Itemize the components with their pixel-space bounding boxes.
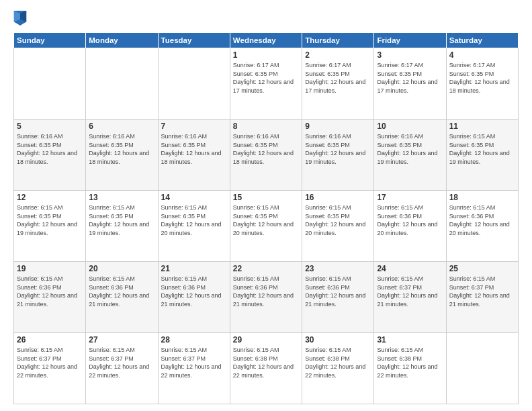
day-number: 16	[305, 193, 371, 202]
calendar-table: SundayMondayTuesdayWednesdayThursdayFrid…	[13, 32, 519, 404]
calendar-cell: 18Sunrise: 6:15 AM Sunset: 6:36 PM Dayli…	[446, 191, 518, 262]
calendar-cell: 29Sunrise: 6:15 AM Sunset: 6:38 PM Dayli…	[230, 333, 302, 404]
calendar-cell	[86, 48, 158, 120]
day-number: 12	[17, 193, 83, 202]
header	[13, 11, 519, 26]
day-number: 26	[17, 335, 83, 345]
calendar-cell: 14Sunrise: 6:15 AM Sunset: 6:35 PM Dayli…	[158, 191, 230, 262]
day-info: Sunrise: 6:17 AM Sunset: 6:35 PM Dayligh…	[305, 61, 371, 95]
calendar-cell: 27Sunrise: 6:15 AM Sunset: 6:37 PM Dayli…	[86, 333, 158, 404]
day-info: Sunrise: 6:15 AM Sunset: 6:38 PM Dayligh…	[377, 346, 443, 379]
day-number: 24	[377, 264, 443, 273]
day-info: Sunrise: 6:15 AM Sunset: 6:37 PM Dayligh…	[449, 275, 515, 308]
day-info: Sunrise: 6:15 AM Sunset: 6:35 PM Dayligh…	[17, 203, 83, 237]
calendar-cell: 25Sunrise: 6:15 AM Sunset: 6:37 PM Dayli…	[446, 262, 518, 333]
day-number: 1	[233, 50, 299, 60]
day-info: Sunrise: 6:16 AM Sunset: 6:35 PM Dayligh…	[161, 132, 227, 166]
day-info: Sunrise: 6:17 AM Sunset: 6:35 PM Dayligh…	[233, 61, 299, 95]
day-info: Sunrise: 6:16 AM Sunset: 6:35 PM Dayligh…	[305, 132, 371, 166]
day-info: Sunrise: 6:15 AM Sunset: 6:38 PM Dayligh…	[233, 346, 299, 379]
day-number: 27	[89, 335, 154, 345]
day-info: Sunrise: 6:15 AM Sunset: 6:37 PM Dayligh…	[89, 346, 154, 379]
day-info: Sunrise: 6:15 AM Sunset: 6:36 PM Dayligh…	[377, 203, 443, 237]
calendar-cell: 6Sunrise: 6:16 AM Sunset: 6:35 PM Daylig…	[86, 120, 158, 191]
day-info: Sunrise: 6:15 AM Sunset: 6:36 PM Dayligh…	[161, 275, 227, 308]
day-info: Sunrise: 6:15 AM Sunset: 6:37 PM Dayligh…	[161, 346, 227, 379]
day-info: Sunrise: 6:17 AM Sunset: 6:35 PM Dayligh…	[449, 61, 515, 95]
day-number: 6	[89, 122, 154, 131]
day-info: Sunrise: 6:15 AM Sunset: 6:35 PM Dayligh…	[449, 132, 515, 166]
day-number: 8	[233, 122, 299, 131]
day-info: Sunrise: 6:15 AM Sunset: 6:35 PM Dayligh…	[89, 203, 154, 237]
calendar-cell: 10Sunrise: 6:16 AM Sunset: 6:35 PM Dayli…	[374, 120, 446, 191]
calendar-cell: 30Sunrise: 6:15 AM Sunset: 6:38 PM Dayli…	[302, 333, 374, 404]
day-number: 3	[377, 50, 443, 60]
calendar-cell: 23Sunrise: 6:15 AM Sunset: 6:36 PM Dayli…	[302, 262, 374, 333]
calendar-cell: 3Sunrise: 6:17 AM Sunset: 6:35 PM Daylig…	[374, 48, 446, 120]
day-number: 22	[233, 264, 299, 273]
calendar-cell: 8Sunrise: 6:16 AM Sunset: 6:35 PM Daylig…	[230, 120, 302, 191]
calendar-cell: 28Sunrise: 6:15 AM Sunset: 6:37 PM Dayli…	[158, 333, 230, 404]
calendar-cell: 12Sunrise: 6:15 AM Sunset: 6:35 PM Dayli…	[14, 191, 86, 262]
day-number: 11	[449, 122, 515, 131]
day-number: 23	[305, 264, 371, 273]
day-number: 2	[305, 50, 371, 60]
calendar-cell: 31Sunrise: 6:15 AM Sunset: 6:38 PM Dayli…	[374, 333, 446, 404]
calendar-cell: 17Sunrise: 6:15 AM Sunset: 6:36 PM Dayli…	[374, 191, 446, 262]
day-info: Sunrise: 6:15 AM Sunset: 6:36 PM Dayligh…	[305, 275, 371, 308]
day-number: 18	[449, 193, 515, 202]
day-number: 28	[161, 335, 227, 345]
col-header-wednesday: Wednesday	[230, 33, 302, 48]
col-header-friday: Friday	[374, 33, 446, 48]
day-number: 31	[377, 335, 443, 345]
day-number: 4	[449, 50, 515, 60]
day-info: Sunrise: 6:15 AM Sunset: 6:36 PM Dayligh…	[17, 275, 83, 308]
day-info: Sunrise: 6:16 AM Sunset: 6:35 PM Dayligh…	[89, 132, 154, 166]
day-number: 25	[449, 264, 515, 273]
calendar-cell: 9Sunrise: 6:16 AM Sunset: 6:35 PM Daylig…	[302, 120, 374, 191]
calendar-cell: 1Sunrise: 6:17 AM Sunset: 6:35 PM Daylig…	[230, 48, 302, 120]
calendar-header-row: SundayMondayTuesdayWednesdayThursdayFrid…	[14, 33, 519, 48]
calendar-cell: 20Sunrise: 6:15 AM Sunset: 6:36 PM Dayli…	[86, 262, 158, 333]
col-header-tuesday: Tuesday	[158, 33, 230, 48]
day-info: Sunrise: 6:15 AM Sunset: 6:35 PM Dayligh…	[305, 203, 371, 237]
day-number: 9	[305, 122, 371, 131]
calendar-cell	[158, 48, 230, 120]
calendar-cell: 2Sunrise: 6:17 AM Sunset: 6:35 PM Daylig…	[302, 48, 374, 120]
day-info: Sunrise: 6:17 AM Sunset: 6:35 PM Dayligh…	[377, 61, 443, 95]
calendar-cell	[14, 48, 86, 120]
day-info: Sunrise: 6:16 AM Sunset: 6:35 PM Dayligh…	[17, 132, 83, 166]
calendar-cell: 13Sunrise: 6:15 AM Sunset: 6:35 PM Dayli…	[86, 191, 158, 262]
day-info: Sunrise: 6:15 AM Sunset: 6:36 PM Dayligh…	[449, 203, 515, 237]
col-header-sunday: Sunday	[14, 33, 86, 48]
day-info: Sunrise: 6:15 AM Sunset: 6:35 PM Dayligh…	[233, 203, 299, 237]
day-info: Sunrise: 6:15 AM Sunset: 6:36 PM Dayligh…	[89, 275, 154, 308]
calendar-cell: 4Sunrise: 6:17 AM Sunset: 6:35 PM Daylig…	[446, 48, 518, 120]
calendar-week-3: 12Sunrise: 6:15 AM Sunset: 6:35 PM Dayli…	[14, 191, 519, 262]
calendar-cell: 24Sunrise: 6:15 AM Sunset: 6:37 PM Dayli…	[374, 262, 446, 333]
day-number: 17	[377, 193, 443, 202]
calendar-cell: 21Sunrise: 6:15 AM Sunset: 6:36 PM Dayli…	[158, 262, 230, 333]
day-number: 10	[377, 122, 443, 131]
day-number: 5	[17, 122, 83, 131]
day-number: 7	[161, 122, 227, 131]
day-number: 13	[89, 193, 154, 202]
calendar-cell: 22Sunrise: 6:15 AM Sunset: 6:36 PM Dayli…	[230, 262, 302, 333]
day-info: Sunrise: 6:15 AM Sunset: 6:35 PM Dayligh…	[161, 203, 227, 237]
day-number: 19	[17, 264, 83, 273]
day-number: 21	[161, 264, 227, 273]
day-info: Sunrise: 6:15 AM Sunset: 6:37 PM Dayligh…	[377, 275, 443, 308]
calendar-week-1: 1Sunrise: 6:17 AM Sunset: 6:35 PM Daylig…	[14, 48, 519, 120]
day-number: 30	[305, 335, 371, 345]
day-info: Sunrise: 6:16 AM Sunset: 6:35 PM Dayligh…	[233, 132, 299, 166]
day-number: 29	[233, 335, 299, 345]
calendar-cell: 16Sunrise: 6:15 AM Sunset: 6:35 PM Dayli…	[302, 191, 374, 262]
calendar-cell: 19Sunrise: 6:15 AM Sunset: 6:36 PM Dayli…	[14, 262, 86, 333]
logo-icon	[13, 11, 27, 26]
day-info: Sunrise: 6:15 AM Sunset: 6:37 PM Dayligh…	[17, 346, 83, 379]
calendar-cell: 15Sunrise: 6:15 AM Sunset: 6:35 PM Dayli…	[230, 191, 302, 262]
page: SundayMondayTuesdayWednesdayThursdayFrid…	[0, 0, 532, 411]
day-number: 14	[161, 193, 227, 202]
calendar-cell: 26Sunrise: 6:15 AM Sunset: 6:37 PM Dayli…	[14, 333, 86, 404]
calendar-week-2: 5Sunrise: 6:16 AM Sunset: 6:35 PM Daylig…	[14, 120, 519, 191]
